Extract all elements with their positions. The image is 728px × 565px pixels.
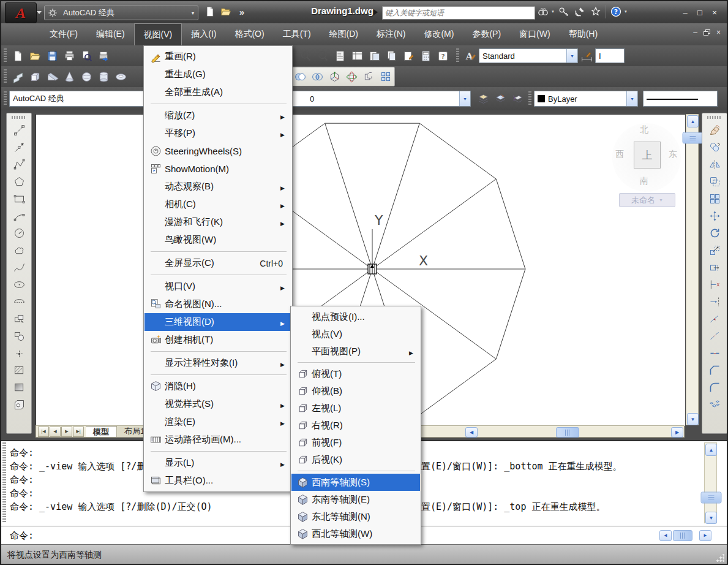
region-button[interactable] <box>9 396 29 413</box>
first-tab-button[interactable]: |◀ <box>38 427 49 437</box>
continuous-orbit-button[interactable] <box>360 68 377 85</box>
sheetset-manager-button[interactable] <box>383 47 400 64</box>
plot-button[interactable] <box>61 47 78 64</box>
workspaces-toolbar-grip[interactable] <box>4 91 7 106</box>
menubar-item-help[interactable]: 帮助(H) <box>560 23 607 45</box>
scale-button[interactable] <box>704 241 725 259</box>
viewcube-north-label[interactable]: 北 <box>640 124 648 135</box>
key-icon[interactable] <box>556 4 572 20</box>
ellipse-arc-button[interactable] <box>9 293 29 310</box>
maximize-button[interactable]: □ <box>692 6 707 18</box>
box-button[interactable] <box>26 68 43 85</box>
minimize-button[interactable]: – <box>678 6 692 18</box>
last-tab-button[interactable]: ▶| <box>73 427 84 437</box>
zoom-previous-button[interactable] <box>314 47 331 64</box>
save-button[interactable] <box>43 47 61 64</box>
chamfer-button[interactable] <box>704 362 725 379</box>
submenu-item-se-isometric[interactable]: 东南等轴测(E) <box>291 491 420 508</box>
text-style-button[interactable]: A <box>462 47 479 64</box>
move-button[interactable] <box>704 207 725 224</box>
view-menu-item-regen-all[interactable]: 全部重生成(A) <box>144 83 291 101</box>
layer-properties-button[interactable] <box>475 90 492 107</box>
menubar-item-file[interactable]: 文件(F) <box>40 23 87 45</box>
view-menu-item-showmotion[interactable]: ShowMotion(M) <box>144 160 291 178</box>
menubar-item-insert[interactable]: 插入(I) <box>182 23 225 45</box>
mirror-button[interactable] <box>704 156 725 173</box>
view-menu-item-create-camera[interactable]: 创建相机(T) <box>144 331 291 349</box>
view-menu-item-hide[interactable]: 消隐(H) <box>144 377 291 395</box>
break-at-point-button[interactable] <box>704 310 725 327</box>
view-menu-item-pan[interactable]: 平移(P) <box>144 124 291 142</box>
view-menu-item-motion-path[interactable]: 运动路径动画(M)... <box>144 431 291 449</box>
menubar-item-view[interactable]: 视图(V) <box>134 23 182 45</box>
fillet-button[interactable] <box>704 379 725 396</box>
help-button[interactable]: ? <box>434 47 451 64</box>
menubar-item-edit[interactable]: 编辑(E) <box>87 23 134 45</box>
trim-button[interactable] <box>704 276 725 293</box>
plot-preview-button[interactable] <box>78 47 95 64</box>
menubar-item-modify[interactable]: 修改(M) <box>415 23 463 45</box>
close-button[interactable]: × <box>707 6 722 18</box>
publish-button[interactable] <box>95 47 112 64</box>
extend-button[interactable] <box>704 293 725 310</box>
view-menu-item-walk-fly[interactable]: 漫游和飞行(K) <box>144 213 291 231</box>
named-view-button[interactable]: 未命名 <box>619 193 675 207</box>
hatch-button[interactable] <box>9 362 29 379</box>
dim-style-button[interactable] <box>578 47 595 64</box>
subtract-button[interactable] <box>291 68 309 85</box>
command-input-scroll-thumb[interactable] <box>673 530 692 541</box>
dim-style-combo[interactable]: I <box>595 48 625 63</box>
cylinder-button[interactable] <box>95 68 112 85</box>
tool-palettes-button[interactable] <box>366 47 383 64</box>
command-window-grip[interactable] <box>2 442 6 523</box>
submenu-item-front-view[interactable]: 前视(F) <box>291 434 420 451</box>
submenu-item-nw-isometric[interactable]: 西北等轴测(W) <box>291 525 420 542</box>
torus-button[interactable] <box>112 68 129 85</box>
modify-toolbar-grip[interactable] <box>707 116 722 119</box>
communication-center-icon[interactable] <box>572 4 588 20</box>
doc-restore-button[interactable] <box>704 29 710 36</box>
layer-combo-dropdown-button[interactable] <box>459 91 470 106</box>
view-menu-item-orbit[interactable]: 动态观察(B) <box>144 178 291 195</box>
doc-close-button[interactable]: × <box>716 28 721 37</box>
circle-button[interactable] <box>9 224 29 241</box>
open-file-button[interactable] <box>218 4 234 20</box>
submenu-item-viewpoint-presets[interactable]: 视点预设(I)... <box>291 308 420 325</box>
submenu-item-back-view[interactable]: 后视(K) <box>291 451 420 468</box>
favorites-star-icon[interactable] <box>588 4 604 20</box>
view-menu-item-clean-screen[interactable]: 全屏显示(C)Ctrl+0 <box>144 254 291 272</box>
linetype-combo[interactable] <box>643 91 718 107</box>
command-input-scroll-right-button[interactable] <box>699 530 711 541</box>
offset-button[interactable] <box>704 173 725 190</box>
new-file-button[interactable] <box>202 4 218 20</box>
text-style-dropdown-button[interactable] <box>566 49 577 63</box>
menubar-item-window[interactable]: 窗口(W) <box>510 23 560 45</box>
view-menu-item-viewports[interactable]: 视口(V) <box>144 278 291 295</box>
submenu-item-viewpoint[interactable]: 视点(V) <box>291 325 420 343</box>
array-button[interactable] <box>704 190 725 207</box>
polysolid-button[interactable] <box>9 68 26 85</box>
line-button[interactable] <box>9 121 29 138</box>
zoom-window-button[interactable] <box>297 47 314 64</box>
properties-button[interactable] <box>331 47 348 64</box>
quickcalc-button[interactable] <box>417 47 434 64</box>
canvas-vertical-scroll-thumb[interactable] <box>683 132 704 144</box>
view-menu-item-steeringwheels[interactable]: SteeringWheels(S) <box>144 142 291 160</box>
canvas-scroll-right-button[interactable] <box>671 427 683 438</box>
rectangle-button[interactable] <box>9 190 29 207</box>
properties-toolbar-grip[interactable] <box>528 91 531 106</box>
insert-block-button[interactable] <box>9 310 29 327</box>
next-tab-button[interactable]: ▶ <box>61 427 72 437</box>
submenu-item-left-view[interactable]: 左视(L) <box>291 400 420 417</box>
previous-tab-button[interactable]: ◀ <box>50 427 61 437</box>
view-menu-item-regen[interactable]: 重生成(G) <box>144 66 291 83</box>
view-menu-item-show-annotative[interactable]: 显示注释性对象(I) <box>144 354 291 372</box>
workspace-dropdown-button[interactable] <box>188 6 198 20</box>
help-options-caret-icon[interactable] <box>624 10 629 13</box>
canvas-horizontal-scroll-thumb[interactable] <box>556 427 579 438</box>
menubar-item-parametric[interactable]: 参数(P) <box>463 23 510 45</box>
layer-combo[interactable]: 0 <box>292 91 471 107</box>
command-scroll-up-button[interactable] <box>705 444 717 456</box>
3d-array-button[interactable] <box>377 68 394 85</box>
view-menu-item-visual-styles[interactable]: 视觉样式(S) <box>144 395 291 413</box>
